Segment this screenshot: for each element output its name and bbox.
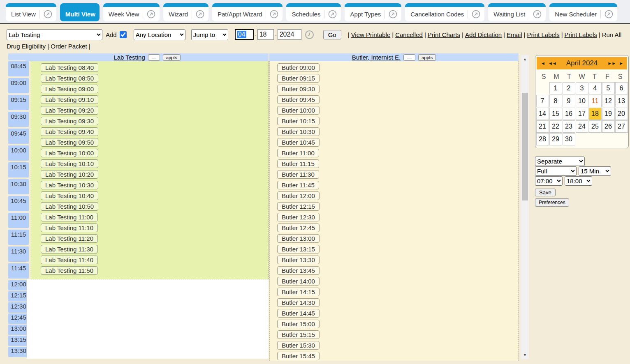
slot-button[interactable]: Lab Testing 09:30: [41, 117, 98, 125]
calendar-day-19[interactable]: 19: [602, 108, 615, 120]
tab-wizard[interactable]: Wizard: [163, 3, 208, 21]
location-select[interactable]: Any Location: [134, 29, 185, 40]
calendar-fast-next-icon[interactable]: ►►: [606, 61, 617, 66]
calendar-day-14[interactable]: 14: [536, 108, 549, 120]
order-packet-link[interactable]: Order Packet: [51, 43, 87, 50]
tab-week-view[interactable]: Week View: [103, 3, 160, 21]
slot-button[interactable]: Lab Testing 10:10: [41, 159, 98, 168]
slot-button[interactable]: Butler 10:00: [277, 106, 320, 115]
calendar-day-24[interactable]: 24: [576, 120, 588, 133]
slot-button[interactable]: Butler 13:00: [277, 234, 320, 243]
date-year-input[interactable]: 2024: [278, 29, 301, 40]
slot-button[interactable]: Lab Testing 09:10: [41, 95, 98, 104]
open-in-new-window-icon[interactable]: [324, 10, 337, 18]
slot-button[interactable]: Butler 13:15: [277, 245, 320, 253]
interval-select[interactable]: 15 Min.: [579, 166, 611, 176]
toolbar-link-view-printable[interactable]: View Printable: [351, 31, 391, 38]
slot-button[interactable]: Butler 09:30: [277, 85, 320, 93]
layout-select[interactable]: Separate: [535, 157, 585, 166]
calendar-prev-icon[interactable]: ◄: [539, 61, 547, 66]
calendar-day-6[interactable]: 6: [615, 82, 628, 94]
slot-button[interactable]: Butler 11:45: [277, 181, 319, 189]
calendar-day-26[interactable]: 26: [602, 120, 615, 133]
slot-button[interactable]: Lab Testing 11:00: [41, 213, 98, 221]
save-button[interactable]: Save: [535, 189, 556, 196]
tab-waiting-list[interactable]: Waiting List: [488, 3, 546, 21]
date-day-input[interactable]: 18: [257, 29, 274, 40]
add-checkbox[interactable]: [120, 31, 127, 38]
calendar-day-7[interactable]: 7: [536, 95, 549, 107]
vertical-scrollbar[interactable]: ▲ ▼: [521, 55, 529, 359]
slot-button[interactable]: Butler 15:45: [277, 352, 320, 360]
slot-button[interactable]: Butler 14:00: [277, 277, 320, 286]
calendar-day-17[interactable]: 17: [576, 108, 588, 120]
scroll-down-arrow-icon[interactable]: ▼: [521, 352, 529, 358]
calendar-day-15[interactable]: 15: [549, 108, 562, 120]
slot-button[interactable]: Lab Testing 10:40: [41, 191, 98, 200]
tab-list-view[interactable]: List View: [6, 3, 56, 21]
open-in-new-window-icon[interactable]: [143, 10, 155, 18]
clock-icon[interactable]: [305, 30, 314, 39]
slot-button[interactable]: Lab Testing 08:50: [41, 74, 98, 83]
slot-button[interactable]: Lab Testing 11:30: [41, 245, 98, 253]
slot-button[interactable]: Butler 15:00: [277, 320, 320, 328]
calendar-day-10[interactable]: 10: [576, 95, 588, 107]
scrollbar-thumb[interactable]: [522, 93, 528, 200]
calendar-day-16[interactable]: 16: [563, 108, 575, 120]
slot-button[interactable]: Butler 13:45: [277, 266, 320, 275]
lab-appts-button[interactable]: appts: [163, 54, 181, 61]
open-in-new-window-icon[interactable]: [266, 10, 278, 18]
calendar-day-2[interactable]: 2: [563, 82, 575, 94]
calendar-day-20[interactable]: 20: [615, 108, 628, 120]
slot-button[interactable]: Lab Testing 11:10: [41, 223, 98, 232]
slot-button[interactable]: Butler 15:15: [277, 330, 320, 339]
slot-button[interactable]: Lab Testing 09:00: [41, 85, 98, 93]
slot-button[interactable]: Lab Testing 11:50: [41, 266, 98, 275]
slot-button[interactable]: Butler 12:15: [277, 202, 320, 211]
calendar-fast-prev-icon[interactable]: ◄◄: [547, 61, 558, 66]
slot-button[interactable]: Butler 11:30: [277, 170, 319, 179]
slot-button[interactable]: Lab Testing 09:40: [41, 127, 98, 136]
slot-button[interactable]: Butler 12:00: [277, 191, 320, 200]
size-select[interactable]: Full: [535, 166, 577, 176]
lab-collapse-button[interactable]: —: [148, 54, 160, 61]
slot-button[interactable]: Butler 12:30: [277, 213, 320, 221]
slot-button[interactable]: Butler 09:15: [277, 74, 320, 83]
toolbar-link-print-labels[interactable]: Print Labels: [565, 31, 597, 38]
tab-schedules[interactable]: Schedules: [286, 3, 341, 21]
slot-button[interactable]: Butler 09:45: [277, 95, 320, 104]
end-time-select[interactable]: 18:00: [565, 176, 592, 186]
slot-button[interactable]: Lab Testing 10:30: [41, 181, 98, 189]
tab-new-scheduler[interactable]: New Scheduler: [549, 3, 617, 21]
tab-cancellation-codes[interactable]: Cancellation Codes: [405, 3, 484, 21]
run-all-label[interactable]: Run All: [602, 31, 622, 38]
slot-button[interactable]: Butler 09:00: [277, 63, 320, 72]
calendar-day-1[interactable]: 1: [549, 82, 562, 94]
open-in-new-window-icon[interactable]: [600, 10, 613, 18]
butler-appts-button[interactable]: appts: [418, 54, 436, 61]
open-in-new-window-icon[interactable]: [192, 10, 204, 18]
toolbar-link-print-charts[interactable]: Print Charts: [428, 31, 460, 38]
slot-button[interactable]: Butler 14:30: [277, 298, 320, 307]
scroll-up-arrow-icon[interactable]: ▲: [521, 56, 529, 62]
calendar-day-5[interactable]: 5: [602, 82, 615, 94]
slot-button[interactable]: Butler 10:30: [277, 127, 320, 136]
date-month-input[interactable]: 04: [235, 29, 254, 40]
calendar-day-22[interactable]: 22: [549, 120, 562, 133]
calendar-day-30[interactable]: 30: [563, 133, 575, 145]
go-button[interactable]: Go: [323, 30, 341, 39]
calendar-day-21[interactable]: 21: [536, 120, 549, 133]
calendar-day-9[interactable]: 9: [563, 95, 575, 107]
preferences-button[interactable]: Preferences: [535, 198, 569, 207]
open-in-new-window-icon[interactable]: [468, 10, 480, 18]
open-in-new-window-icon[interactable]: [384, 10, 397, 18]
jump-to-select[interactable]: Jump to: [191, 29, 228, 40]
slot-button[interactable]: Lab Testing 11:20: [41, 234, 98, 243]
toolbar-link-cancelled[interactable]: Cancelled: [395, 31, 423, 38]
slot-button[interactable]: Lab Testing 10:20: [41, 170, 98, 179]
start-time-select[interactable]: 07:00: [535, 176, 563, 186]
toolbar-link-add-dictation[interactable]: Add Dictation: [465, 31, 502, 38]
tab-appt-types[interactable]: Appt Types: [345, 3, 401, 21]
slot-button[interactable]: Butler 13:30: [277, 256, 320, 264]
slot-button[interactable]: Butler 10:15: [277, 117, 320, 125]
